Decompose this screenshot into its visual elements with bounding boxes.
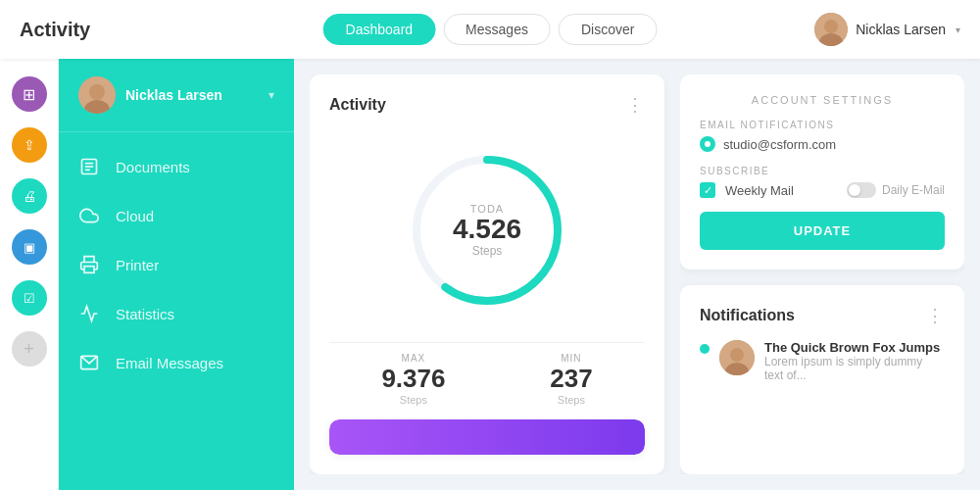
circle-text: TODA 4.526 Steps bbox=[453, 202, 521, 258]
svg-rect-10 bbox=[84, 267, 94, 273]
sidebar-label-printer: Printer bbox=[116, 257, 159, 273]
stat-min: MIN 237 Steps bbox=[550, 353, 592, 406]
daily-label: Daily E-Mail bbox=[882, 183, 945, 197]
stats-row: MAX 9.376 Steps MIN 237 Steps bbox=[329, 342, 645, 406]
notifications-title: Notifications bbox=[700, 307, 795, 324]
icon-bar: ⊞ ⇪ 🖨 ▣ ☑ + bbox=[0, 59, 59, 490]
sidebar-label-cloud: Cloud bbox=[116, 208, 154, 224]
stat-min-label: MIN bbox=[550, 353, 592, 364]
printer-icon bbox=[78, 254, 100, 275]
weekly-label: Weekly Mail bbox=[725, 183, 794, 198]
check-icon-btn[interactable]: ☑ bbox=[12, 280, 47, 316]
circle-label-bottom: Steps bbox=[453, 244, 521, 258]
update-button[interactable]: UPDATE bbox=[700, 212, 945, 250]
email-notifications-label: EMAIL NOTIFICATIONS bbox=[700, 120, 945, 130]
content-row: Activity ⋮ TODA 4.526 Steps bbox=[310, 74, 964, 474]
avatar bbox=[814, 13, 848, 46]
activity-card: Activity ⋮ TODA 4.526 Steps bbox=[310, 74, 664, 474]
activity-menu-icon[interactable]: ⋮ bbox=[626, 94, 645, 116]
screen-icon-btn[interactable]: ▣ bbox=[12, 229, 47, 265]
stat-min-unit: Steps bbox=[550, 394, 592, 406]
print-icon: 🖨 bbox=[23, 188, 36, 204]
notifications-card: Notifications ⋮ The bbox=[680, 285, 964, 474]
radio-email[interactable] bbox=[700, 136, 715, 152]
circle-chart: TODA 4.526 Steps bbox=[404, 147, 570, 314]
svg-point-4 bbox=[89, 84, 105, 100]
add-icon: + bbox=[24, 339, 34, 360]
svg-point-15 bbox=[730, 348, 744, 362]
notification-avatar bbox=[719, 340, 755, 375]
add-icon-btn[interactable]: + bbox=[12, 331, 47, 367]
notification-body: Lorem ipsum is simply dummy text of... bbox=[764, 355, 945, 382]
share-icon-btn[interactable]: ⇪ bbox=[12, 127, 47, 163]
notification-headline: The Quick Brown Fox Jumps bbox=[764, 340, 945, 355]
activity-card-title: Activity bbox=[329, 96, 386, 114]
main-panel: Activity ⋮ TODA 4.526 Steps bbox=[294, 59, 980, 490]
email-icon bbox=[78, 352, 100, 373]
subscribe-label: SUBSCRIBE bbox=[700, 166, 945, 176]
tab-dashboard[interactable]: Dashboard bbox=[323, 14, 436, 45]
notification-text: The Quick Brown Fox Jumps Lorem ipsum is… bbox=[764, 340, 945, 382]
print-icon-btn[interactable]: 🖨 bbox=[12, 178, 47, 214]
app-title: Activity bbox=[20, 19, 137, 41]
sidebar-label-email: Email Messages bbox=[116, 355, 223, 371]
stat-max-value: 9.376 bbox=[381, 364, 445, 394]
grid-icon: ⊞ bbox=[23, 85, 35, 104]
nav-tabs: Dashboard Messages Discover bbox=[323, 14, 658, 45]
right-panel: ACCOUNT SETTINGS EMAIL NOTIFICATIONS stu… bbox=[680, 74, 964, 474]
settings-card: ACCOUNT SETTINGS EMAIL NOTIFICATIONS stu… bbox=[680, 74, 964, 270]
sidebar-item-documents[interactable]: Documents bbox=[59, 142, 294, 191]
purple-bar bbox=[329, 419, 645, 455]
check-icon: ☑ bbox=[24, 291, 35, 306]
tab-messages[interactable]: Messages bbox=[443, 14, 551, 45]
main-content: ⊞ ⇪ 🖨 ▣ ☑ + Nicklas Larsen bbox=[0, 59, 980, 490]
statistics-icon bbox=[78, 303, 100, 324]
sidebar-item-statistics[interactable]: Statistics bbox=[59, 289, 294, 338]
top-nav: Activity Dashboard Messages Discover Nic… bbox=[0, 0, 980, 59]
user-area[interactable]: Nicklas Larsen ▾ bbox=[814, 13, 960, 46]
sidebar-label-documents: Documents bbox=[116, 159, 190, 175]
sidebar-item-printer[interactable]: Printer bbox=[59, 240, 294, 289]
grid-icon-btn[interactable]: ⊞ bbox=[12, 76, 47, 112]
chevron-down-icon: ▾ bbox=[956, 24, 960, 35]
circle-container: TODA 4.526 Steps bbox=[329, 127, 645, 332]
tab-discover[interactable]: Discover bbox=[559, 14, 657, 45]
notification-dot bbox=[700, 344, 710, 354]
daily-toggle[interactable] bbox=[847, 182, 876, 198]
documents-icon bbox=[78, 156, 100, 177]
share-icon: ⇪ bbox=[24, 137, 35, 153]
stat-max-unit: Steps bbox=[381, 394, 445, 406]
sidebar-label-statistics: Statistics bbox=[116, 306, 174, 322]
weekly-checkbox[interactable]: ✓ bbox=[700, 182, 715, 198]
svg-point-1 bbox=[824, 20, 838, 33]
stat-max-label: MAX bbox=[381, 353, 445, 364]
subscribe-row: ✓ Weekly Mail Daily E-Mail bbox=[700, 182, 945, 198]
sidebar-item-email-messages[interactable]: Email Messages bbox=[59, 338, 294, 387]
email-value: studio@csform.com bbox=[723, 137, 836, 152]
bottom-bar-card bbox=[329, 419, 645, 455]
screen-icon: ▣ bbox=[24, 240, 35, 255]
sidebar-chevron-icon: ▾ bbox=[269, 88, 274, 102]
notifications-menu-icon[interactable]: ⋮ bbox=[926, 305, 945, 326]
sidebar-user[interactable]: Nicklas Larsen ▾ bbox=[59, 59, 294, 132]
card-header: Activity ⋮ bbox=[329, 94, 645, 116]
stat-min-value: 237 bbox=[550, 364, 592, 394]
circle-value: 4.526 bbox=[453, 214, 521, 244]
toggle-container: Daily E-Mail bbox=[847, 182, 945, 198]
sidebar-avatar bbox=[78, 76, 116, 114]
email-row: studio@csform.com bbox=[700, 136, 945, 152]
cloud-icon bbox=[78, 205, 100, 226]
notifications-header: Notifications ⋮ bbox=[700, 305, 945, 326]
stat-max: MAX 9.376 Steps bbox=[381, 353, 445, 406]
sidebar-username: Nicklas Larsen bbox=[125, 87, 259, 103]
user-name: Nicklas Larsen bbox=[856, 22, 946, 37]
sidebar: Nicklas Larsen ▾ Documents Cloud bbox=[59, 59, 294, 490]
sidebar-menu: Documents Cloud Printer bbox=[59, 132, 294, 397]
sidebar-item-cloud[interactable]: Cloud bbox=[59, 191, 294, 240]
notification-item: The Quick Brown Fox Jumps Lorem ipsum is… bbox=[700, 340, 945, 382]
settings-title: ACCOUNT SETTINGS bbox=[700, 94, 945, 106]
